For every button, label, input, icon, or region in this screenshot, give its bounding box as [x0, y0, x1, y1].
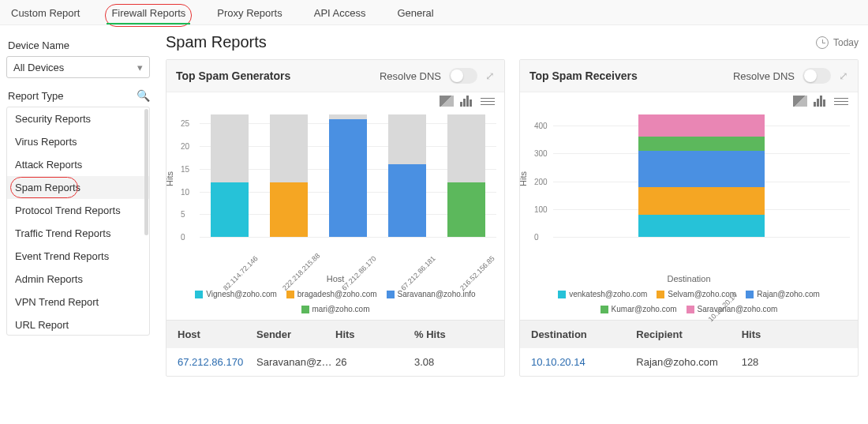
- x-axis-label: Destination: [520, 274, 858, 283]
- panel1-title: Top Spam Generators: [176, 69, 290, 82]
- sidebar-item-spam-label: Spam Reports: [15, 182, 80, 193]
- chart-type-line-icon[interactable]: [481, 96, 495, 105]
- sidebar-item-traffic[interactable]: Traffic Trend Reports: [7, 222, 149, 245]
- stack-segment: [638, 137, 765, 151]
- chart-type-line-icon[interactable]: [834, 96, 848, 105]
- x-axis-label: Host: [166, 274, 504, 283]
- device-select-value: All Devices: [13, 62, 64, 73]
- sidebar-item-spam[interactable]: Spam Reports: [7, 176, 149, 199]
- scrollbar[interactable]: [144, 109, 148, 235]
- resolve-dns-toggle[interactable]: [449, 68, 477, 84]
- chart-type-bar-icon[interactable]: [814, 96, 828, 107]
- sidebar-item-protocol[interactable]: Protocol Trend Reports: [7, 199, 149, 222]
- stack-segment: [638, 114, 765, 137]
- col-hits[interactable]: Hits: [742, 328, 847, 340]
- bar[interactable]: [447, 114, 485, 237]
- tab-general[interactable]: General: [397, 7, 433, 24]
- tab-proxy-reports[interactable]: Proxy Reports: [217, 7, 282, 24]
- chart-receivers: Hits 0100200300400 10.10.20.14: [520, 107, 858, 272]
- stack-segment: [638, 215, 765, 237]
- sidebar: Device Name All Devices ▾ Report Type 🔍 …: [0, 25, 158, 424]
- sidebar-item-attack[interactable]: Attack Reports: [7, 153, 149, 176]
- date-range-label: Today: [833, 37, 859, 48]
- sidebar-item-security[interactable]: Security Reports: [7, 107, 149, 130]
- bar[interactable]: [270, 114, 308, 237]
- main-content: Spam Reports Today Top Spam Generators R…: [158, 25, 868, 424]
- cell-host[interactable]: 67.212.86.170: [178, 356, 256, 368]
- sidebar-item-admin[interactable]: Admin Reports: [7, 268, 149, 291]
- tab-custom-report[interactable]: Custom Report: [11, 7, 80, 24]
- device-select[interactable]: All Devices ▾: [6, 56, 150, 78]
- stack-segment: [638, 151, 765, 187]
- col-hits[interactable]: Hits: [335, 328, 414, 340]
- date-range[interactable]: Today: [816, 36, 859, 49]
- y-axis-label: Hits: [165, 171, 174, 186]
- resolve-dns-toggle[interactable]: [803, 68, 831, 84]
- stack-segment: [638, 187, 765, 215]
- page-title: Spam Reports: [166, 33, 267, 51]
- stacked-bar[interactable]: [638, 114, 765, 237]
- cell-sender: Saravanan@zoho.i: [256, 356, 335, 368]
- cell-dest[interactable]: 10.10.20.14: [531, 356, 636, 368]
- bar[interactable]: [388, 114, 426, 237]
- panel2-title: Top Spam Receivers: [529, 69, 638, 82]
- legend-item[interactable]: Kumar@zoho.com: [600, 305, 677, 313]
- expand-icon[interactable]: ⤢: [485, 69, 495, 82]
- cell-pct: 3.08: [414, 356, 493, 368]
- report-type-list: Security Reports Virus Reports Attack Re…: [6, 107, 150, 336]
- legend-item[interactable]: venkatesh@zoho.com: [558, 290, 647, 298]
- sidebar-item-event[interactable]: Event Trend Reports: [7, 245, 149, 268]
- device-name-label: Device Name: [8, 39, 150, 51]
- legend-item[interactable]: Saravanan@zoho.info: [387, 290, 476, 298]
- chevron-down-icon: ▾: [137, 62, 143, 73]
- legend-item[interactable]: Saravanan@zoho.com: [687, 305, 778, 313]
- chart-generators: Hits 0510152025 82.114.72.146222.218.215…: [166, 107, 504, 272]
- legend-item[interactable]: Vignesh@zoho.com: [195, 290, 276, 298]
- cell-hits: 128: [742, 356, 847, 368]
- report-type-label: Report Type: [8, 90, 64, 102]
- y-axis-label: Hits: [518, 171, 528, 186]
- legend: Vignesh@zoho.combragadesh@zoho.comSarava…: [166, 288, 504, 320]
- resolve-dns-label: Resolve DNS: [380, 70, 441, 82]
- chart-type-area-icon[interactable]: [793, 96, 807, 107]
- cell-recipient: Rajan@zoho.com: [636, 356, 741, 368]
- tab-firewall-reports[interactable]: Firewall Reports: [111, 7, 185, 24]
- col-sender[interactable]: Sender: [256, 328, 335, 340]
- panel-spam-generators: Top Spam Generators Resolve DNS ⤢ Hits 0…: [166, 59, 505, 377]
- expand-icon[interactable]: ⤢: [839, 69, 848, 82]
- table-row: 67.212.86.170 Saravanan@zoho.i 26 3.08: [166, 348, 504, 376]
- legend-item[interactable]: Rajan@zoho.com: [746, 290, 820, 298]
- tab-api-access[interactable]: API Access: [314, 7, 366, 24]
- sidebar-item-url[interactable]: URL Report: [7, 313, 149, 336]
- col-host[interactable]: Host: [178, 328, 256, 340]
- chart-type-bar-icon[interactable]: [460, 96, 474, 107]
- search-icon[interactable]: 🔍: [137, 89, 150, 102]
- sidebar-item-virus[interactable]: Virus Reports: [7, 130, 149, 153]
- chart-type-area-icon[interactable]: [440, 96, 454, 107]
- table-header: Host Sender Hits % Hits: [166, 320, 504, 348]
- table-row: 10.10.20.14 Rajan@zoho.com 128: [520, 348, 858, 376]
- bar[interactable]: [329, 114, 367, 237]
- col-pct[interactable]: % Hits: [414, 328, 493, 340]
- panel-spam-receivers: Top Spam Receivers Resolve DNS ⤢ Hits 01…: [519, 59, 859, 377]
- bar[interactable]: [211, 114, 249, 237]
- cell-hits: 26: [335, 356, 414, 368]
- sidebar-item-vpn[interactable]: VPN Trend Report: [7, 291, 149, 313]
- legend: venkatesh@zoho.comSelvam@zoho.comRajan@z…: [520, 288, 858, 320]
- legend-item[interactable]: Selvam@zoho.com: [657, 290, 736, 298]
- resolve-dns-label: Resolve DNS: [733, 70, 795, 82]
- top-nav-tabs: Custom Report Firewall Reports Proxy Rep…: [0, 0, 868, 25]
- tab-firewall-reports-label: Firewall Reports: [111, 7, 185, 19]
- clock-icon: [816, 36, 829, 49]
- legend-item[interactable]: bragadesh@zoho.com: [286, 290, 377, 298]
- legend-item[interactable]: mari@zoho.com: [301, 305, 370, 313]
- col-dest[interactable]: Destination: [531, 328, 636, 340]
